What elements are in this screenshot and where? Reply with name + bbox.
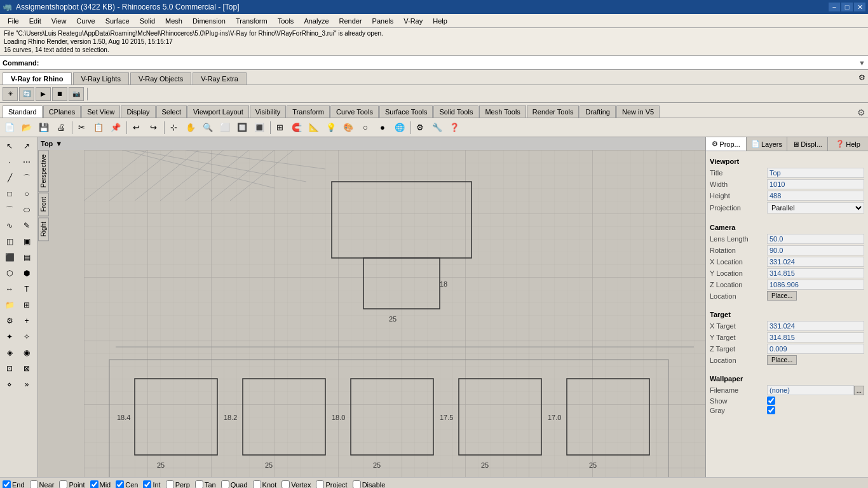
wp-gray-checkbox[interactable]: [767, 406, 775, 414]
lt-arc[interactable]: ⌒: [1, 202, 18, 217]
lt-circle[interactable]: ○: [18, 186, 35, 201]
menu-item-solid[interactable]: Solid: [135, 16, 160, 26]
tb-redo[interactable]: ↪: [145, 120, 161, 135]
tb-open[interactable]: 📂: [18, 120, 35, 135]
wp-show-checkbox[interactable]: [767, 396, 775, 405]
wp-browse-button[interactable]: ...: [854, 386, 864, 395]
lt-settings[interactable]: ⚙: [1, 313, 18, 329]
lt-nurbs[interactable]: ▣: [18, 234, 35, 249]
vray-tab-3[interactable]: V-Ray Extra: [193, 72, 247, 85]
tb-materials[interactable]: 🎨: [340, 120, 356, 135]
lt-misc5[interactable]: ⋄: [1, 377, 18, 392]
toolbar-tab-solid-tools[interactable]: Solid Tools: [433, 105, 478, 118]
lt-rect[interactable]: □: [1, 186, 18, 201]
lt-surface[interactable]: ◫: [1, 234, 18, 249]
toolbar-tab-cplanes[interactable]: CPlanes: [43, 105, 81, 118]
viewport-arrow[interactable]: ▼: [55, 140, 62, 147]
vray-btn-5[interactable]: 📷: [69, 87, 84, 101]
snap-knot-checkbox[interactable]: [253, 480, 261, 488]
rp-tab-help[interactable]: ❓ Help: [828, 137, 868, 151]
tb-zoom-extent[interactable]: 🔳: [251, 120, 268, 135]
cam-place-button[interactable]: Place...: [767, 291, 797, 301]
lt-layer[interactable]: 📁: [1, 297, 18, 313]
tb-zoom[interactable]: 🔍: [200, 120, 216, 135]
vray-tab-2[interactable]: V-Ray Objects: [130, 72, 191, 85]
lt-select-sub[interactable]: ↗: [18, 139, 35, 154]
command-bar[interactable]: Command: ▼: [0, 56, 868, 70]
lt-snap1[interactable]: ✦: [1, 329, 18, 344]
lt-point-cloud[interactable]: ⋯: [18, 154, 35, 170]
tb-snap[interactable]: 🧲: [288, 120, 305, 135]
snap-point-checkbox[interactable]: [59, 480, 67, 488]
lt-polyline[interactable]: ⌒: [18, 170, 35, 186]
lt-freeform[interactable]: ✎: [18, 218, 35, 233]
menu-item-render[interactable]: Render: [334, 16, 367, 26]
rp-tab-properties[interactable]: ⚙ Prop...: [706, 137, 747, 151]
lt-extrude[interactable]: ▤: [18, 250, 35, 265]
tb-zoom-selected[interactable]: 🔲: [234, 120, 250, 135]
command-expand-icon[interactable]: ▼: [858, 59, 865, 67]
vray-btn-3[interactable]: ▶: [36, 87, 51, 101]
tgt-place-button[interactable]: Place...: [767, 355, 797, 365]
tb-lights[interactable]: 💡: [323, 120, 339, 135]
lt-point[interactable]: ·: [1, 154, 18, 170]
tb-shade[interactable]: ●: [374, 120, 391, 135]
lt-ellipse[interactable]: ⬭: [18, 202, 35, 217]
menu-item-panels[interactable]: Panels: [367, 16, 399, 26]
rp-tab-display[interactable]: 🖥 Displ...: [787, 137, 828, 151]
lt-line[interactable]: ╱: [1, 170, 18, 186]
lt-mesh[interactable]: ⬡: [1, 266, 18, 281]
maximize-button[interactable]: □: [841, 3, 853, 11]
toolbar-tab-new-v5[interactable]: New in V5: [616, 105, 660, 118]
tb-copy[interactable]: 📋: [90, 120, 107, 135]
snap-tan-checkbox[interactable]: [195, 480, 203, 488]
tb-render-btn[interactable]: ⚙: [412, 120, 428, 135]
lt-text[interactable]: T: [18, 281, 35, 297]
menu-item-transform[interactable]: Transform: [231, 16, 273, 26]
toolbar-tab-drafting[interactable]: Drafting: [580, 105, 616, 118]
vp-tab-right[interactable]: Right: [38, 217, 49, 241]
toolbar-tab-viewport-layout[interactable]: Viewport Layout: [187, 105, 249, 118]
lt-plus[interactable]: +: [18, 313, 35, 329]
menu-item-dimension[interactable]: Dimension: [187, 16, 231, 26]
tb-cut[interactable]: ✂: [73, 120, 90, 135]
rp-tab-layers[interactable]: 📄 Layers: [747, 137, 787, 151]
toolbar-tab-transform[interactable]: Transform: [287, 105, 330, 118]
tb-paste[interactable]: 📌: [107, 120, 124, 135]
toolbar-tab-visibility[interactable]: Visibility: [250, 105, 287, 118]
toolbar-tab-curve-tools[interactable]: Curve Tools: [330, 105, 379, 118]
menu-item-v-ray[interactable]: V-Ray: [398, 16, 428, 26]
snap-perp-checkbox[interactable]: [166, 480, 174, 488]
menu-item-mesh[interactable]: Mesh: [160, 16, 187, 26]
lt-snap2[interactable]: ✧: [18, 329, 35, 344]
snap-near-checkbox[interactable]: [30, 480, 38, 488]
vray-tab-0[interactable]: V-Ray for Rhino: [3, 72, 72, 85]
vray-settings-icon[interactable]: ⚙: [858, 73, 865, 82]
menu-item-tools[interactable]: Tools: [273, 16, 299, 26]
menu-item-surface[interactable]: Surface: [100, 16, 135, 26]
snap-quad-checkbox[interactable]: [221, 480, 229, 488]
menu-item-edit[interactable]: Edit: [24, 16, 46, 26]
lt-more[interactable]: »: [18, 377, 35, 392]
toolbar-tab-select[interactable]: Select: [156, 105, 187, 118]
tb-render-settings[interactable]: 🔧: [429, 120, 445, 135]
snap-int-checkbox[interactable]: [143, 480, 151, 488]
vray-tab-1[interactable]: V-Ray Lights: [73, 72, 129, 85]
lt-curve[interactable]: ∿: [1, 218, 18, 233]
vp-projection-select[interactable]: Parallel Perspective Two-Point Perspecti…: [767, 202, 864, 214]
lt-solid[interactable]: ⬛: [1, 250, 18, 265]
command-input[interactable]: [41, 59, 858, 67]
toolbar-tab-render-tools[interactable]: Render Tools: [527, 105, 580, 118]
menu-item-view[interactable]: View: [46, 16, 72, 26]
vray-btn-1[interactable]: ☀: [3, 87, 18, 101]
snap-disable-checkbox[interactable]: [353, 480, 361, 488]
vray-btn-4[interactable]: ⏹: [52, 87, 67, 101]
tb-print[interactable]: 🖨: [53, 120, 69, 135]
lt-misc1[interactable]: ◈: [1, 345, 18, 360]
tb-save[interactable]: 💾: [36, 120, 52, 135]
vp-tab-front[interactable]: Front: [38, 193, 49, 216]
toolbar-tab-display[interactable]: Display: [121, 105, 155, 118]
tb-new[interactable]: 📄: [1, 120, 18, 135]
tb-cplane[interactable]: 📐: [306, 120, 322, 135]
lt-mesh2[interactable]: ⬢: [18, 266, 35, 281]
